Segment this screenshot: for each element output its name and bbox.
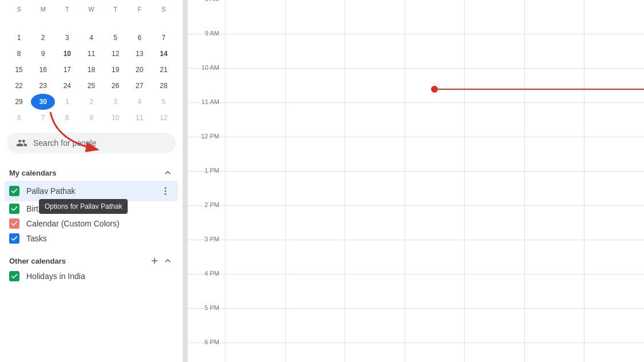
cal-day[interactable]: 24 (55, 78, 79, 94)
time-cell[interactable] (584, 172, 644, 205)
time-cell[interactable] (225, 137, 285, 171)
time-cell[interactable] (225, 240, 285, 274)
cal-day[interactable]: 20 (128, 62, 152, 78)
time-cell[interactable] (524, 34, 584, 68)
cal-day[interactable]: 10 (104, 110, 128, 126)
time-cell[interactable] (405, 275, 465, 308)
time-cell[interactable] (345, 343, 405, 362)
cal-day[interactable]: 9 (79, 110, 103, 126)
calendar-item-holidays[interactable]: Holidays in India (5, 269, 178, 284)
cal-day[interactable]: 7 (31, 110, 55, 126)
time-cell[interactable] (464, 137, 524, 171)
time-cell[interactable] (584, 240, 644, 274)
cal-day[interactable]: 13 (128, 46, 152, 62)
time-cell[interactable] (285, 103, 345, 137)
cal-day[interactable]: 9 (31, 46, 55, 62)
cal-day[interactable]: 8 (55, 110, 79, 126)
time-cell[interactable] (464, 172, 524, 205)
cal-day[interactable]: 3 (104, 94, 128, 110)
time-cell[interactable] (464, 275, 524, 308)
time-cell[interactable] (285, 240, 345, 274)
time-cell[interactable] (405, 0, 465, 34)
time-cell[interactable] (285, 172, 345, 205)
time-cell[interactable] (584, 69, 644, 102)
time-cell[interactable] (405, 343, 465, 362)
time-cell[interactable] (285, 34, 345, 68)
time-cell[interactable] (345, 240, 405, 274)
time-cell[interactable] (225, 206, 285, 240)
cal-day[interactable]: 22 (7, 78, 31, 94)
cal-day[interactable]: 12 (104, 46, 128, 62)
cal-day[interactable]: 1 (55, 94, 79, 110)
cal-day[interactable]: 26 (104, 78, 128, 94)
time-cell[interactable] (524, 309, 584, 343)
time-cell[interactable] (285, 275, 345, 308)
cal-day[interactable]: 17 (55, 62, 79, 78)
cal-day[interactable]: 8 (7, 46, 31, 62)
cal-day[interactable]: 11 (79, 46, 103, 62)
time-cell[interactable] (524, 275, 584, 308)
cal-day[interactable]: 1 (7, 30, 31, 46)
time-cell[interactable] (345, 309, 405, 343)
time-cell[interactable] (524, 0, 584, 34)
time-cell[interactable] (464, 240, 524, 274)
time-cell[interactable] (584, 34, 644, 68)
cal-day[interactable]: 29 (7, 94, 31, 110)
time-cell[interactable] (524, 343, 584, 362)
time-cell[interactable] (584, 275, 644, 308)
cal-day[interactable]: 19 (104, 62, 128, 78)
cal-day[interactable]: 6 (128, 30, 152, 46)
time-cell[interactable] (464, 69, 524, 102)
time-cell[interactable] (584, 0, 644, 34)
time-cell[interactable] (405, 172, 465, 205)
calendar-item-birthdays[interactable]: Birthdays (5, 201, 178, 216)
cal-day[interactable]: 2 (31, 30, 55, 46)
time-cell[interactable] (464, 206, 524, 240)
my-calendars-header[interactable]: My calendars (5, 162, 178, 181)
time-cell[interactable] (345, 69, 405, 102)
time-cell[interactable] (405, 206, 465, 240)
calendar-item-custom[interactable]: Calendar (Custom Colors) (5, 216, 178, 231)
cal-day[interactable]: 2 (79, 94, 103, 110)
time-cell[interactable] (225, 343, 285, 362)
time-cell[interactable] (464, 0, 524, 34)
cal-day[interactable]: 10 (55, 46, 79, 62)
time-cell[interactable] (464, 309, 524, 343)
cal-day[interactable]: 30 (31, 94, 55, 110)
time-cell[interactable] (285, 206, 345, 240)
time-cell[interactable] (225, 309, 285, 343)
time-cell[interactable] (345, 206, 405, 240)
cal-day[interactable]: 14 (152, 46, 176, 62)
time-cell[interactable] (584, 103, 644, 137)
time-cell[interactable] (464, 103, 524, 137)
cal-day[interactable]: 7 (152, 30, 176, 46)
time-cell[interactable] (285, 0, 345, 34)
time-cell[interactable] (285, 69, 345, 102)
cal-day[interactable]: 12 (152, 110, 176, 126)
cal-day[interactable]: 25 (79, 78, 103, 94)
time-cell[interactable] (405, 103, 465, 137)
cal-day[interactable]: 23 (31, 78, 55, 94)
time-cell[interactable] (225, 103, 285, 137)
calendar-item-tasks[interactable]: Tasks (5, 231, 178, 246)
time-cell[interactable] (584, 343, 644, 362)
time-cell[interactable] (405, 309, 465, 343)
sidebar-divider[interactable] (183, 0, 188, 362)
time-cell[interactable] (524, 69, 584, 102)
add-other-calendar-icon[interactable] (149, 256, 160, 266)
cal-day[interactable]: 5 (152, 94, 176, 110)
time-cell[interactable] (225, 172, 285, 205)
cal-day[interactable]: 15 (7, 62, 31, 78)
time-cell[interactable] (345, 275, 405, 308)
collapse-other-icon[interactable] (162, 255, 173, 266)
cal-day[interactable]: 4 (128, 94, 152, 110)
time-cell[interactable] (584, 309, 644, 343)
time-cell[interactable] (225, 69, 285, 102)
time-cell[interactable] (405, 137, 465, 171)
search-people-input[interactable]: Search for people (7, 133, 176, 153)
time-cell[interactable] (345, 172, 405, 205)
other-calendars-header[interactable]: Other calendars (5, 250, 178, 269)
cal-day[interactable]: 16 (31, 62, 55, 78)
time-cell[interactable] (524, 240, 584, 274)
cal-day[interactable]: 5 (104, 30, 128, 46)
